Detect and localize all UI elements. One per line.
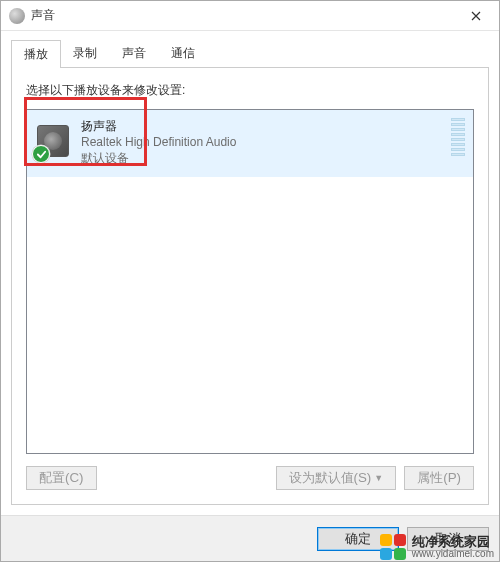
tab-recording[interactable]: 录制 (60, 39, 110, 67)
close-icon (471, 11, 481, 21)
window-title: 声音 (31, 7, 453, 24)
app-icon (9, 8, 25, 24)
tab-bar: 播放 录制 声音 通信 (11, 39, 489, 67)
sound-dialog: 声音 播放 录制 声音 通信 选择以下播放设备来修改设置: (0, 0, 500, 562)
set-default-label: 设为默认值(S) (289, 469, 372, 487)
set-default-button[interactable]: 设为默认值(S) ▼ (276, 466, 397, 490)
device-name: 扬声器 (81, 118, 236, 134)
tab-playback[interactable]: 播放 (11, 40, 61, 68)
titlebar: 声音 (1, 1, 499, 31)
device-status: 默认设备 (81, 150, 236, 166)
tab-panel-playback: 选择以下播放设备来修改设置: 扬声器 Realtek High Definiti… (11, 67, 489, 505)
device-text: 扬声器 Realtek High Definition Audio 默认设备 (81, 118, 236, 167)
chevron-down-icon: ▼ (374, 473, 383, 483)
device-icon-wrap (37, 125, 71, 159)
configure-button[interactable]: 配置(C) (26, 466, 97, 490)
default-check-icon (32, 145, 50, 163)
panel-button-row: 配置(C) 设为默认值(S) ▼ 属性(P) (26, 466, 474, 490)
device-list[interactable]: 扬声器 Realtek High Definition Audio 默认设备 (26, 109, 474, 454)
dialog-body: 播放 录制 声音 通信 选择以下播放设备来修改设置: 扬声器 Realte (1, 31, 499, 515)
tab-communications[interactable]: 通信 (158, 39, 208, 67)
device-driver: Realtek High Definition Audio (81, 134, 236, 150)
properties-button[interactable]: 属性(P) (404, 466, 474, 490)
tab-sounds[interactable]: 声音 (109, 39, 159, 67)
instruction-text: 选择以下播放设备来修改设置: (26, 82, 474, 99)
device-item[interactable]: 扬声器 Realtek High Definition Audio 默认设备 (27, 110, 473, 177)
level-meter-icon (451, 118, 465, 156)
cancel-button[interactable]: 取消 (407, 527, 489, 551)
dialog-footer: 确定 取消 (1, 515, 499, 561)
close-button[interactable] (453, 1, 499, 31)
ok-button[interactable]: 确定 (317, 527, 399, 551)
